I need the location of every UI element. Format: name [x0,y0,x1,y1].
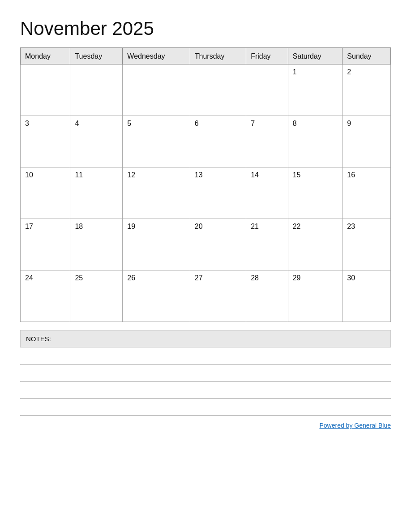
calendar-day-cell: 12 [123,167,190,219]
calendar-day-cell: 16 [342,167,391,219]
calendar-day-cell: 2 [342,64,391,116]
calendar-day-cell [190,64,246,116]
calendar-day-cell [21,64,70,116]
notes-line-2 [20,365,391,382]
calendar-week-row: 24252627282930 [21,270,391,322]
day-number: 25 [75,274,83,282]
calendar-day-cell: 8 [288,116,342,167]
day-number: 4 [75,120,79,127]
day-number: 22 [293,223,301,230]
calendar-week-row: 3456789 [21,116,391,167]
notes-line-1 [20,348,391,365]
day-number: 26 [127,274,135,282]
calendar-day-cell: 7 [246,116,288,167]
day-number: 6 [195,120,199,127]
day-number: 5 [127,120,131,127]
day-number: 1 [293,68,297,76]
calendar-header-monday: Monday [21,48,70,64]
calendar-day-cell: 19 [123,219,190,270]
day-number: 7 [251,120,255,127]
calendar-day-cell: 10 [21,167,70,219]
day-number: 16 [347,171,355,179]
calendar-day-cell: 1 [288,64,342,116]
day-number: 18 [75,223,83,230]
calendar-day-cell: 27 [190,270,246,322]
calendar-day-cell: 20 [190,219,246,270]
day-number: 24 [25,274,33,282]
calendar-day-cell [70,64,123,116]
day-number: 3 [25,120,29,127]
day-number: 19 [127,223,135,230]
calendar-table: MondayTuesdayWednesdayThursdayFridaySatu… [20,47,391,322]
page-title: November 2025 [20,18,391,39]
calendar-header-row: MondayTuesdayWednesdayThursdayFridaySatu… [21,48,391,64]
day-number: 20 [195,223,203,230]
calendar-header-sunday: Sunday [342,48,391,64]
day-number: 9 [347,120,351,127]
day-number: 28 [251,274,259,282]
day-number: 2 [347,68,351,76]
day-number: 13 [195,171,203,179]
calendar-day-cell: 30 [342,270,391,322]
calendar-day-cell: 24 [21,270,70,322]
notes-line-3 [20,382,391,399]
calendar-day-cell: 26 [123,270,190,322]
calendar-day-cell: 21 [246,219,288,270]
calendar-week-row: 12 [21,64,391,116]
calendar-day-cell: 5 [123,116,190,167]
calendar-header-tuesday: Tuesday [70,48,123,64]
calendar-day-cell: 23 [342,219,391,270]
calendar-day-cell [123,64,190,116]
calendar-day-cell: 22 [288,219,342,270]
calendar-day-cell: 25 [70,270,123,322]
day-number: 15 [293,171,301,179]
notes-section: NOTES: [20,330,391,416]
calendar-header-saturday: Saturday [288,48,342,64]
calendar-week-row: 10111213141516 [21,167,391,219]
calendar-header-thursday: Thursday [190,48,246,64]
day-number: 12 [127,171,135,179]
day-number: 23 [347,223,355,230]
powered-by: Powered by General Blue [20,422,391,429]
day-number: 17 [25,223,33,230]
day-number: 11 [75,171,83,179]
calendar-week-row: 17181920212223 [21,219,391,270]
day-number: 14 [251,171,259,179]
calendar-day-cell: 14 [246,167,288,219]
notes-header: NOTES: [20,330,391,348]
calendar-day-cell: 3 [21,116,70,167]
calendar-header-wednesday: Wednesday [123,48,190,64]
calendar-day-cell: 17 [21,219,70,270]
notes-line-4 [20,399,391,416]
day-number: 10 [25,171,33,179]
calendar-day-cell: 13 [190,167,246,219]
calendar-header-friday: Friday [246,48,288,64]
calendar-day-cell: 29 [288,270,342,322]
day-number: 29 [293,274,301,282]
calendar-day-cell: 9 [342,116,391,167]
day-number: 8 [293,120,297,127]
day-number: 27 [195,274,203,282]
calendar-day-cell: 15 [288,167,342,219]
calendar-day-cell: 28 [246,270,288,322]
calendar-day-cell [246,64,288,116]
powered-by-link[interactable]: Powered by General Blue [319,422,391,429]
calendar-day-cell: 6 [190,116,246,167]
calendar-day-cell: 4 [70,116,123,167]
calendar-day-cell: 18 [70,219,123,270]
calendar-day-cell: 11 [70,167,123,219]
day-number: 30 [347,274,355,282]
day-number: 21 [251,223,259,230]
